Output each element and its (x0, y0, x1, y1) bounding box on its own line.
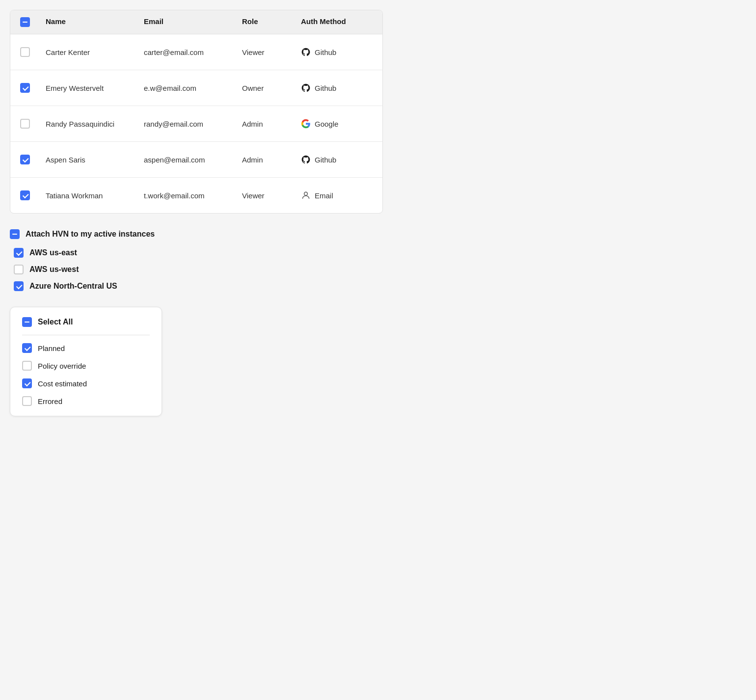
auth-method-label: Github (315, 84, 336, 92)
cell-email: e.w@email.com (138, 75, 236, 101)
table-row: Randy Passaquindici randy@email.com Admi… (10, 106, 382, 142)
header-auth-method: Auth Method (295, 10, 383, 34)
cell-role: Owner (236, 75, 295, 101)
auth-method-label: Github (315, 48, 336, 56)
users-table: Name Email Role Auth Method Carter Kente… (10, 10, 383, 214)
table-row: Carter Kenter carter@email.com Viewer Gi… (10, 34, 382, 70)
github-icon (301, 47, 311, 57)
cell-auth: Github (295, 74, 383, 102)
card-checkbox-errored[interactable] (22, 396, 32, 406)
hvn-header: Attach HVN to my active instances (10, 229, 383, 239)
hvn-checkbox-aws-east[interactable] (14, 248, 24, 258)
cell-role: Viewer (236, 183, 295, 209)
github-icon (301, 83, 311, 93)
auth-method-label: Github (315, 156, 336, 164)
card-item-label: Cost estimated (38, 379, 87, 388)
auth-method-label: Email (315, 191, 333, 200)
card-item-policy-override: Policy override (22, 361, 150, 371)
table-header: Name Email Role Auth Method (10, 10, 382, 34)
cell-name: Randy Passaquindici (40, 111, 138, 137)
hvn-section: Attach HVN to my active instances AWS us… (10, 229, 383, 291)
hvn-checkbox-aws-west[interactable] (14, 265, 24, 274)
card-items: Planned Policy override Cost estimated E… (22, 343, 150, 406)
row-checkbox-cell (10, 182, 40, 209)
hvn-item-label: AWS us-west (29, 265, 79, 274)
svg-point-0 (304, 192, 308, 195)
row-checkbox-tatiana[interactable] (20, 190, 30, 200)
card-checkbox-planned[interactable] (22, 343, 32, 353)
card-item-cost-estimated: Cost estimated (22, 378, 150, 388)
header-name: Name (40, 10, 138, 34)
auth-method-label: Google (315, 120, 338, 128)
select-all-card-checkbox[interactable] (22, 317, 32, 327)
cell-role: Admin (236, 111, 295, 137)
row-checkbox-cell (10, 74, 40, 102)
hvn-items: AWS us-east AWS us-west Azure North-Cent… (10, 248, 383, 291)
cell-email: t.work@email.com (138, 183, 236, 209)
cell-email: carter@email.com (138, 39, 236, 65)
cell-auth: Email (295, 182, 383, 209)
hvn-item-azure-north: Azure North-Central US (14, 281, 383, 291)
github-icon (301, 155, 311, 164)
row-checkbox-cell (10, 146, 40, 173)
cell-auth: Github (295, 146, 383, 173)
card-checkbox-cost-estimated[interactable] (22, 378, 32, 388)
cell-role: Viewer (236, 39, 295, 65)
card-item-label: Errored (38, 397, 62, 405)
cell-name: Aspen Saris (40, 147, 138, 173)
row-checkbox-carter[interactable] (20, 47, 30, 57)
select-all-label: Select All (38, 318, 73, 326)
card-checkbox-policy-override[interactable] (22, 361, 32, 371)
hvn-title: Attach HVN to my active instances (26, 230, 155, 239)
google-icon (301, 119, 311, 129)
hvn-item-label: Azure North-Central US (29, 282, 117, 291)
cell-name: Carter Kenter (40, 39, 138, 65)
cell-name: Tatiana Workman (40, 183, 138, 209)
hvn-item-aws-west: AWS us-west (14, 265, 383, 274)
cell-name: Emery Westervelt (40, 75, 138, 101)
header-checkbox-cell (10, 10, 40, 34)
cell-auth: Google (295, 110, 383, 137)
select-all-header: Select All (22, 317, 150, 335)
cell-email: randy@email.com (138, 111, 236, 137)
card-item-label: Planned (38, 344, 65, 352)
header-role: Role (236, 10, 295, 34)
card-item-label: Policy override (38, 362, 86, 370)
header-email: Email (138, 10, 236, 34)
table-row: Aspen Saris aspen@email.com Admin Github… (10, 142, 382, 178)
table-row: Tatiana Workman t.work@email.com Viewer … (10, 178, 382, 213)
row-checkbox-emery[interactable] (20, 83, 30, 93)
select-all-checkbox[interactable] (20, 17, 30, 27)
cell-email: aspen@email.com (138, 147, 236, 173)
email-person-icon (301, 190, 311, 200)
card-item-planned: Planned (22, 343, 150, 353)
hvn-checkbox-azure-north[interactable] (14, 281, 24, 291)
card-item-errored: Errored (22, 396, 150, 406)
select-all-card: Select All Planned Policy override Cost … (10, 307, 162, 416)
row-checkbox-cell (10, 110, 40, 137)
hvn-item-label: AWS us-east (29, 248, 77, 257)
hvn-item-aws-east: AWS us-east (14, 248, 383, 258)
row-checkbox-randy[interactable] (20, 119, 30, 129)
row-checkbox-aspen[interactable] (20, 155, 30, 164)
row-checkbox-cell (10, 38, 40, 66)
table-row: Emery Westervelt e.w@email.com Owner Git… (10, 70, 382, 106)
cell-role: Admin (236, 147, 295, 173)
hvn-select-all-checkbox[interactable] (10, 229, 20, 239)
cell-auth: Github (295, 38, 383, 66)
